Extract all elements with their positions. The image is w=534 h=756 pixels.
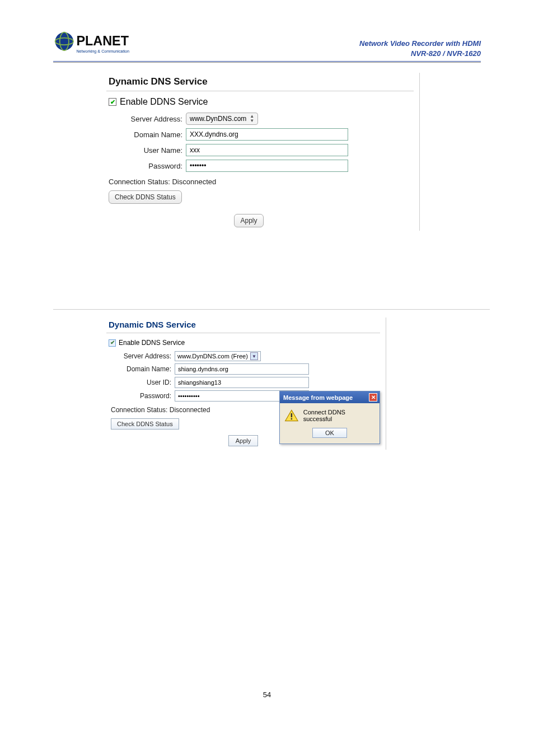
- check-ddns-status-button-2[interactable]: Check DDNS Status: [111, 418, 179, 430]
- apply-button[interactable]: Apply: [234, 214, 263, 227]
- connection-status-label-2: Connection Status:: [111, 406, 167, 414]
- dropdown-arrow-icon: ▼: [250, 352, 258, 360]
- server-address-value-2: www.DynDNS.com (Free): [177, 353, 248, 360]
- svg-rect-6: [291, 413, 292, 417]
- server-address-select-2[interactable]: www.DynDNS.com (Free) ▼: [175, 351, 261, 361]
- panel2-title: Dynamic DNS Service: [106, 318, 380, 333]
- panel1-title: Dynamic DNS Service: [106, 73, 414, 91]
- enable-ddns-label: Enable DDNS Service: [120, 97, 208, 107]
- user-id-label: User ID:: [109, 379, 175, 386]
- apply-button-2[interactable]: Apply: [228, 435, 259, 446]
- user-name-input[interactable]: [186, 144, 348, 156]
- header-line1: Network Video Recorder with HDMI: [359, 39, 481, 49]
- password-label: Password:: [109, 162, 186, 170]
- enable-ddns-checkbox[interactable]: ✔: [109, 98, 116, 106]
- dialog-message: Connect DDNS successful: [303, 409, 375, 422]
- section-divider: [53, 309, 490, 310]
- brand-logo: PLANET Networking & Communication: [53, 28, 154, 59]
- svg-rect-7: [291, 418, 292, 419]
- enable-ddns-checkbox-2[interactable]: ✔: [109, 339, 116, 347]
- server-address-value: www.DynDNS.com: [190, 115, 246, 123]
- message-dialog: Message from webpage ✕ Connect DDNS succ…: [279, 391, 380, 444]
- domain-name-label-2: Domain Name:: [109, 365, 175, 373]
- header-line2: NVR-820 / NVR-1620: [359, 49, 481, 59]
- domain-name-input-2[interactable]: [175, 363, 309, 375]
- connection-status-label: Connection Status:: [109, 178, 170, 186]
- server-address-label: Server Address:: [109, 115, 186, 123]
- connection-status-value: Disconnected: [172, 178, 216, 186]
- page-number: 54: [53, 690, 481, 699]
- svg-text:Networking & Communication: Networking & Communication: [76, 49, 129, 54]
- enable-ddns-label-2: Enable DDNS Service: [119, 339, 185, 347]
- header-product-title: Network Video Recorder with HDMI NVR-820…: [359, 39, 481, 59]
- password-label-2: Password:: [109, 392, 175, 400]
- svg-text:PLANET: PLANET: [76, 34, 129, 48]
- domain-name-input[interactable]: [186, 128, 348, 141]
- server-address-label-2: Server Address:: [109, 352, 175, 360]
- svg-point-0: [55, 32, 73, 50]
- password-input[interactable]: [186, 160, 348, 172]
- connection-status-value-2: Disconnected: [170, 406, 210, 414]
- user-name-label: User Name:: [109, 146, 186, 155]
- ddns-panel-2: Dynamic DNS Service ✔ Enable DDNS Servic…: [106, 318, 386, 450]
- dialog-title: Message from webpage: [283, 394, 353, 401]
- header-rule-blue: [53, 61, 481, 62]
- dialog-close-button[interactable]: ✕: [369, 393, 377, 402]
- ddns-panel-1: Dynamic DNS Service ✔ Enable DDNS Servic…: [106, 73, 420, 231]
- domain-name-label: Domain Name:: [109, 130, 186, 139]
- server-address-select[interactable]: www.DynDNS.com ▲▼: [186, 113, 258, 125]
- warning-icon: [284, 409, 299, 422]
- dialog-ok-button[interactable]: OK: [312, 428, 347, 438]
- stepper-arrows-icon: ▲▼: [250, 114, 254, 123]
- check-ddns-status-button[interactable]: Check DDNS Status: [109, 190, 182, 204]
- user-id-input[interactable]: [175, 377, 309, 388]
- close-icon: ✕: [371, 395, 376, 400]
- header-rule-grey: [53, 62, 481, 63]
